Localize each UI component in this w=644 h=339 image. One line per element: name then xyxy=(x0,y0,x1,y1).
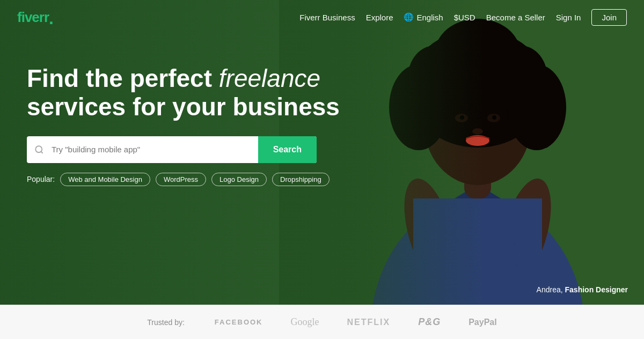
join-button[interactable]: Join xyxy=(591,9,627,26)
header: fiverr. Fiverr Business Explore 🌐 Englis… xyxy=(0,0,644,34)
search-input[interactable] xyxy=(52,145,258,154)
popular-label: Popular: xyxy=(27,175,55,183)
globe-icon: 🌐 xyxy=(404,12,414,22)
popular-section: Popular: Web and Mobile Design WordPress… xyxy=(27,173,349,186)
main-nav: Fiverr Business Explore 🌐 English $USD B… xyxy=(299,9,627,26)
hero-section: Find the perfect freelance services for … xyxy=(0,0,644,305)
hero-content: Find the perfect freelance services for … xyxy=(27,64,349,186)
logo-text: fiverr xyxy=(17,9,49,25)
trusted-label: Trusted by: xyxy=(147,318,185,327)
language-selector[interactable]: 🌐 English xyxy=(404,12,443,22)
hero-title: Find the perfect freelance services for … xyxy=(27,64,349,121)
nav-fiverr-business[interactable]: Fiverr Business xyxy=(299,13,355,22)
nav-explore[interactable]: Explore xyxy=(366,13,393,22)
person-caption: Andrea, Fashion Designer xyxy=(537,285,628,294)
nav-become-seller[interactable]: Become a Seller xyxy=(486,13,545,22)
logo-paypal: PayPal xyxy=(469,318,496,327)
search-bar: Search xyxy=(27,136,317,163)
search-icon xyxy=(27,145,52,154)
search-svg-icon xyxy=(34,145,44,154)
logo-dot: . xyxy=(49,9,53,28)
svg-point-21 xyxy=(35,146,42,152)
popular-tag-3[interactable]: Dropshipping xyxy=(272,173,330,186)
logo-pg: P&G xyxy=(418,316,441,328)
person-name: Andrea, xyxy=(537,285,565,294)
hero-title-part2: services for your business xyxy=(27,93,340,121)
popular-tag-0[interactable]: Web and Mobile Design xyxy=(60,173,150,186)
popular-tag-2[interactable]: Logo Design xyxy=(211,173,267,186)
svg-line-22 xyxy=(41,151,42,153)
logo-facebook: FACEBOOK xyxy=(215,318,263,326)
hero-title-italic: freelance xyxy=(219,64,320,92)
person-role: Fashion Designer xyxy=(565,285,628,294)
nav-currency[interactable]: $USD xyxy=(454,13,475,22)
hero-title-part1: Find the perfect xyxy=(27,64,219,92)
trusted-bar: Trusted by: FACEBOOK Google NETFLIX P&G … xyxy=(0,305,644,339)
language-label: English xyxy=(416,13,443,22)
search-button[interactable]: Search xyxy=(258,136,317,163)
trusted-logos: FACEBOOK Google NETFLIX P&G PayPal xyxy=(215,316,497,328)
popular-tag-1[interactable]: WordPress xyxy=(156,173,206,186)
logo-google: Google xyxy=(291,316,319,328)
nav-sign-in[interactable]: Sign In xyxy=(556,13,581,22)
logo[interactable]: fiverr. xyxy=(17,9,53,26)
logo-netflix: NETFLIX xyxy=(347,318,391,327)
